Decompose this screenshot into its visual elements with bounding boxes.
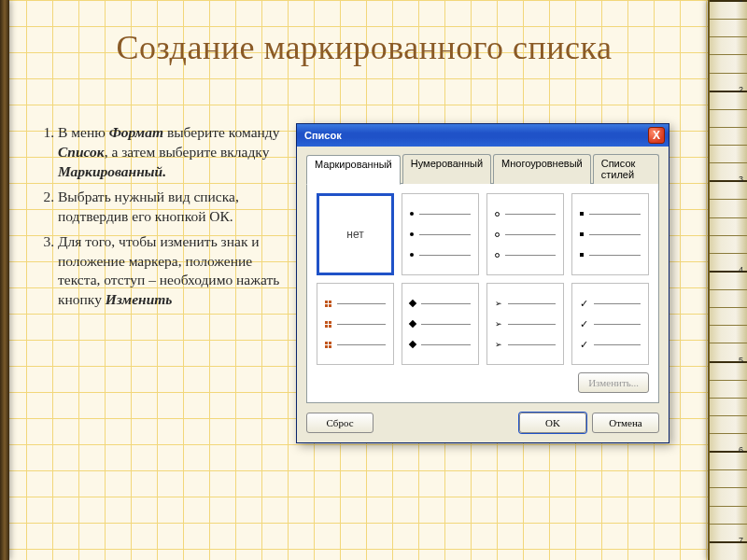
bullet-style-none[interactable]: нет <box>317 193 394 275</box>
tab-bulleted[interactable]: Маркированный <box>306 155 401 185</box>
instruction-list: В меню Формат выберите команду Список, а… <box>37 123 285 315</box>
dialog-title: Список <box>304 130 342 141</box>
ok-button[interactable]: OK <box>519 413 586 433</box>
bullet-style-four-squares[interactable] <box>317 283 394 365</box>
reset-button[interactable]: Сброс <box>306 413 374 433</box>
bullet-panel: нет <box>306 183 659 403</box>
step-2: Выбрать нужный вид списка, подтвердив ег… <box>58 188 285 227</box>
bullet-style-arrow[interactable]: ➢ ➢ ➢ <box>486 283 564 365</box>
dialog-titlebar[interactable]: Список X <box>297 124 669 147</box>
bullet-style-diamond[interactable] <box>402 283 479 365</box>
tab-numbered[interactable]: Нумерованный <box>402 154 491 184</box>
cancel-button[interactable]: Отмена <box>592 413 659 433</box>
tab-list-styles[interactable]: Список стилей <box>593 154 659 184</box>
bullet-style-disc[interactable] <box>402 193 479 275</box>
step-3: Для того, чтобы изменить знак и положени… <box>58 232 285 311</box>
modify-button[interactable]: Изменить... <box>578 372 649 393</box>
step-1: В меню Формат выберите команду Список, а… <box>58 123 285 182</box>
slide-title: Создание маркированного списка <box>37 28 691 67</box>
bullet-style-circle[interactable] <box>486 193 564 275</box>
bullet-style-check[interactable]: ✓ ✓ ✓ <box>571 283 649 365</box>
dialog-tabs: Маркированный Нумерованный Многоуровневы… <box>306 154 659 184</box>
tab-outline[interactable]: Многоуровневый <box>493 154 591 184</box>
list-dialog-window: Список X Маркированный Нумерованный Мног… <box>296 123 669 443</box>
close-icon[interactable]: X <box>648 127 665 144</box>
bullet-style-square[interactable] <box>571 193 649 275</box>
